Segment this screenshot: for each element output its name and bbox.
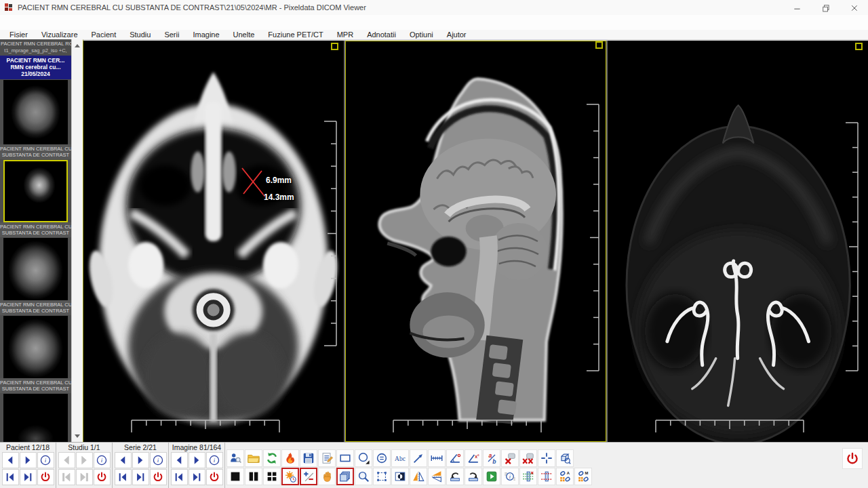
viewport-mra[interactable] [608,41,868,442]
mpr-3d-button[interactable] [556,449,574,467]
crosshair-button[interactable] [538,449,555,467]
burn-button[interactable] [281,449,299,467]
rotate-right-button[interactable] [465,468,482,485]
sync-auto-button[interactable]: A [556,468,574,485]
menu-imagine[interactable]: Imagine [186,30,226,39]
pan-button[interactable] [318,468,336,485]
menu-fuziune-pet-ct[interactable]: Fuziune PET/CT [261,30,330,39]
menu-pacient[interactable]: Pacient [85,30,123,39]
layout-single-button[interactable] [226,468,244,485]
viewport-select-corner[interactable] [855,43,863,50]
next-button[interactable] [20,452,37,468]
patient-box[interactable]: PACIENT RMN CER... RMN cerebral cu... 21… [0,56,71,79]
text-annotation-icon: Abc [393,451,407,465]
info-button[interactable]: i [206,452,223,468]
sync-manual-button[interactable]: M [574,468,592,485]
viewport-select-corner[interactable] [331,43,338,50]
flip-horizontal-icon [412,470,425,483]
zoom-button[interactable] [355,468,372,485]
series-thumbnail-axial-skullbase[interactable] [3,238,68,300]
first-button[interactable] [115,469,132,485]
cine-play-button[interactable] [483,468,500,485]
close-button[interactable] [840,0,868,15]
layout-two-button[interactable] [245,468,262,485]
prev-button[interactable] [2,452,19,468]
overlay-info-button[interactable]: i [501,468,519,485]
scout-lines-button[interactable] [519,468,537,485]
text-annotation-button[interactable]: Abc [391,449,409,467]
delete-measurement-button[interactable] [501,449,519,467]
invert-button[interactable] [391,468,409,485]
last-button[interactable] [20,469,37,485]
rect-roi-button[interactable] [336,449,354,467]
minimize-button[interactable] [783,0,811,15]
ratio-ab-button[interactable]: ab [483,449,500,467]
arrow-annotation-icon [412,451,425,465]
cobb-angle-button[interactable]: x° [465,449,482,467]
flip-vertical-button[interactable] [428,468,446,485]
open-folder-button[interactable] [245,449,262,467]
first-button[interactable] [171,469,188,485]
power-button[interactable] [37,469,54,485]
power-button[interactable] [94,469,111,485]
measurement-label-2: 14.3mm [264,192,294,202]
reference-lines-button[interactable] [538,468,555,485]
refresh-button[interactable] [263,449,281,467]
menu-mpr[interactable]: MPR [330,30,360,39]
prev-button[interactable] [171,452,188,468]
menu-optiuni[interactable]: Optiuni [403,30,440,39]
next-button[interactable] [189,452,205,468]
menu-ajutor[interactable]: Ajutor [440,30,473,39]
length-measure-button[interactable] [428,449,446,467]
cobb-angle-icon: x° [467,451,480,465]
power-button[interactable] [206,469,223,485]
viewport-select-corner[interactable] [595,41,603,49]
nav-group-serie: Serie 2/21i [113,443,169,488]
stack-scroll-button[interactable] [336,468,354,485]
sidebar-scrollbar[interactable] [71,39,83,442]
viewport-axial[interactable]: 6.9mm 14.3mm [83,41,344,442]
rotate-left-button[interactable] [446,468,464,485]
info-button[interactable]: i [150,452,167,468]
info-button[interactable]: i [37,452,54,468]
scrollbar-down-icon[interactable] [72,430,83,441]
window-level-button[interactable] [300,468,317,485]
series-thumbnail-axial-skullbase[interactable] [3,316,68,378]
delete-all-measurements-button[interactable] [519,449,537,467]
last-button[interactable] [132,469,149,485]
prev-button[interactable] [115,452,132,468]
flip-horizontal-button[interactable] [410,468,427,485]
menu-unelte[interactable]: Unelte [226,30,262,39]
layout-four-button[interactable] [263,468,281,485]
menu-adnotatii[interactable]: Adnotatii [360,30,403,39]
exit-application-button[interactable] [842,448,863,469]
report-button[interactable] [318,449,336,467]
menu-serii[interactable]: Serii [157,30,186,39]
menu-fisier[interactable]: Fisier [3,30,35,39]
last-button[interactable] [76,469,93,485]
menu-vizualizare[interactable]: Vizualizare [35,30,85,39]
first-button[interactable] [2,469,19,485]
next-button[interactable] [132,452,149,468]
save-button[interactable] [300,449,317,467]
prev-button[interactable] [58,452,75,468]
magnify-region-button[interactable] [373,468,391,485]
series-thumbnail-axial-brain[interactable] [3,80,68,144]
power-button[interactable] [150,469,167,485]
ellipse-stats-button[interactable] [373,449,391,467]
menu-studiu[interactable]: Studiu [123,30,157,39]
patient-search-button[interactable] [226,449,244,467]
angle-measure-button[interactable] [446,449,464,467]
scrollbar-up-icon[interactable] [72,40,83,51]
first-button[interactable] [58,469,75,485]
viewport-sagittal[interactable] [345,41,606,442]
restore-button[interactable] [811,0,840,15]
next-button[interactable] [76,452,93,468]
series-thumbnail-sagittal-dark[interactable] [3,160,68,222]
last-button[interactable] [189,469,205,485]
window-level-auto-button[interactable] [281,468,299,485]
info-button[interactable]: i [94,452,111,468]
arrow-annotation-button[interactable] [410,449,427,467]
ellipse-roi-button[interactable] [355,449,372,467]
series-thumbnail-dark-faint[interactable] [3,394,68,442]
